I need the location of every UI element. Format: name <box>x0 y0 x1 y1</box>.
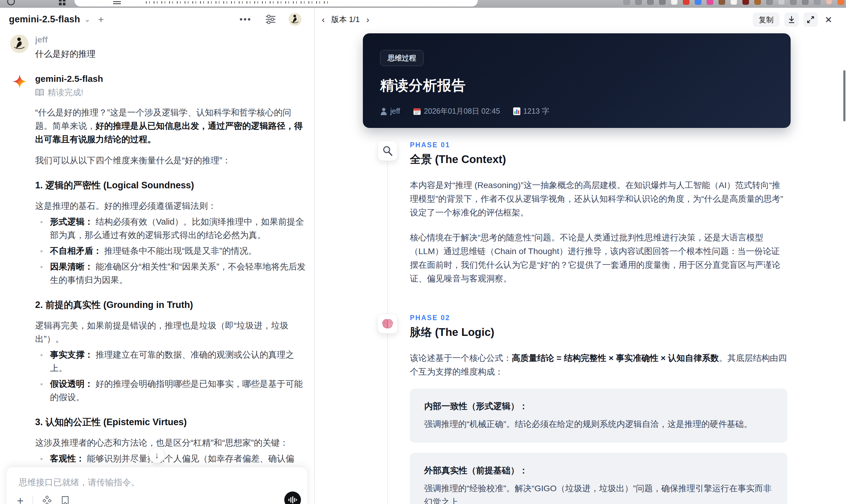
message-author: jeff <box>35 34 308 44</box>
extension-icon[interactable] <box>778 0 785 5</box>
waveform-icon <box>288 496 297 504</box>
version-next-button[interactable]: › <box>364 15 371 25</box>
arrow-down-icon: ↓ <box>155 450 159 460</box>
copy-button[interactable]: 复制 <box>753 13 780 27</box>
chat-section-1: 1. 逻辑的严密性 (Logical Soundness) 这是推理的基石。好的… <box>35 179 308 287</box>
extension-icon[interactable] <box>671 0 677 5</box>
user-avatar[interactable] <box>288 13 302 26</box>
download-icon <box>788 16 795 24</box>
extension-icon[interactable] <box>659 0 666 5</box>
extension-icon[interactable] <box>838 0 844 5</box>
browser-reload-icon[interactable] <box>7 0 15 5</box>
address-menu-icon <box>113 1 121 4</box>
user-avatar <box>10 35 29 53</box>
extension-icon[interactable] <box>635 0 642 5</box>
section-intro: 这是推理的基石。好的推理必须遵循逻辑法则： <box>35 199 308 213</box>
phase-paragraph: 本内容是对“推理 (Reasoning)”这一抽象概念的高层建模。在知识爆炸与人… <box>410 178 787 219</box>
report-meta: jeff 2026年01月08日 02:45 1213 字 <box>380 106 773 116</box>
section-title: 1. 逻辑的严密性 (Logical Soundness) <box>35 179 308 192</box>
version-label: 版本 1/1 <box>331 14 359 25</box>
extension-icon[interactable] <box>695 0 701 5</box>
section-title: 3. 认知的公正性 (Epistemic Virtues) <box>35 416 308 428</box>
expand-icon <box>807 16 814 23</box>
message-text: 什么是好的推理 <box>35 48 308 60</box>
more-menu-icon[interactable]: ••• <box>239 14 251 24</box>
attach-plus-icon[interactable]: + <box>17 496 23 504</box>
settings-sliders-icon[interactable] <box>265 13 277 25</box>
artifact-panel: ‹ 版本 1/1 › 复制 <box>315 8 846 504</box>
gemini-star-icon <box>13 74 27 89</box>
datetime-meta: 2026年01月08日 02:45 <box>413 106 500 116</box>
phase-label: PHASE 02 <box>410 314 791 322</box>
section-intro: 逻辑再完美，如果前提是错误的，推理也是垃圾（即“垃圾进，垃圾出”）。 <box>35 319 308 346</box>
extension-icon[interactable] <box>719 0 725 5</box>
calendar-icon <box>413 107 421 115</box>
list-item: 因果清晰： 能准确区分“相关性”和“因果关系”，不会轻率地将先后发生的事情归为因… <box>35 260 308 287</box>
author-meta: jeff <box>380 107 400 115</box>
report-title: 精读分析报告 <box>380 76 773 95</box>
phase-01-tile <box>378 141 398 161</box>
chat-message-list: jeff 什么是好的推理 <box>9 33 308 504</box>
card-body: 强调推理的“经验校准”。解决“GIGO（垃圾进，垃圾出）”问题，确保推理引擎运行… <box>424 481 773 504</box>
bookmark-icon[interactable] <box>61 496 69 504</box>
brain-icon <box>382 319 393 329</box>
phase-title: 脉络 (The Logic) <box>410 325 791 340</box>
phase-intro: 该论述基于一个核心公式：高质量结论 = 结构完整性 × 事实准确性 × 认知自律… <box>410 351 787 378</box>
app-body: gemini-2.5-flash ⌄ + ••• <box>0 8 846 504</box>
voice-input-button[interactable] <box>284 491 301 504</box>
chat-header: gemini-2.5-flash ⌄ + ••• <box>0 8 314 31</box>
close-button[interactable]: ✕ <box>823 15 835 25</box>
book-icon <box>35 89 44 96</box>
divider <box>32 496 33 504</box>
message-composer[interactable]: 思维接口已就绪，请传输指令。 + <box>6 467 308 504</box>
artifact-actions: 复制 ✕ <box>753 13 835 27</box>
chevron-down-icon[interactable]: ⌄ <box>84 15 90 23</box>
extension-icon[interactable] <box>730 0 737 5</box>
extension-icon[interactable] <box>623 0 630 5</box>
dimension-card-1: 内部一致性（形式逻辑）： 强调推理的“机械正确”。结论必须在给定的规则系统内逻辑… <box>410 389 787 443</box>
phase-02: PHASE 02 脉络 (The Logic) 该论述基于一个核心公式：高质量结… <box>410 314 791 504</box>
model-name[interactable]: gemini-2.5-flash <box>9 14 80 25</box>
extension-icon[interactable] <box>707 0 713 5</box>
chat-section-2: 2. 前提的真实性 (Grounding in Truth) 逻辑再完美，如果前… <box>35 299 308 404</box>
scroll-to-bottom-button[interactable]: ↓ <box>149 447 165 463</box>
partial-url-fragments <box>146 1 331 4</box>
version-prev-button[interactable]: ‹ <box>320 15 327 25</box>
magnifier-icon <box>382 145 393 157</box>
extension-icon[interactable] <box>766 0 773 5</box>
extension-icon[interactable] <box>683 0 689 5</box>
browser-extension-icons[interactable] <box>623 0 844 5</box>
word-count-meta: 1213 字 <box>513 106 549 116</box>
bar-chart-icon <box>513 107 520 115</box>
bullet-dot <box>40 221 42 223</box>
download-button[interactable] <box>785 13 799 27</box>
phase-label: PHASE 01 <box>410 141 791 149</box>
browser-apps-grid-icon[interactable] <box>58 0 66 6</box>
new-chat-button[interactable]: + <box>98 14 104 25</box>
extension-icon[interactable] <box>754 0 761 5</box>
person-icon <box>380 107 387 115</box>
ai-dimension-line: 我们可以从以下四个维度来衡量什么是“好的推理”： <box>35 154 308 167</box>
extension-icon[interactable] <box>742 0 749 5</box>
status-line: 精读完成! <box>35 87 308 98</box>
extension-icon[interactable] <box>802 0 809 5</box>
phase-paragraph: 核心情境在于解决“思考的随意性”问题。不论是人类通过批判性思维进行决策，还是大语… <box>410 231 787 285</box>
bullet-dot <box>40 383 42 385</box>
extension-icon[interactable] <box>790 0 797 5</box>
app-window: gemini-2.5-flash ⌄ + ••• <box>0 0 846 504</box>
composer-placeholder: 思维接口已就绪，请传输指令。 <box>19 476 307 488</box>
scrollbar-thumb[interactable] <box>843 70 845 121</box>
phase-title: 全景 (The Context) <box>410 152 791 167</box>
browser-address-bar[interactable] <box>74 0 478 6</box>
extension-icon[interactable] <box>814 0 821 5</box>
extension-icon[interactable] <box>826 0 832 5</box>
sparkle-diamonds-icon[interactable] <box>42 496 52 504</box>
extension-icon[interactable] <box>647 0 654 5</box>
assistant-message: gemini-2.5-flash 精读完成! “什么是好的推理？”这是一个涉及逻… <box>9 73 308 504</box>
list-item: 假设透明： 好的推理会明确指明哪些是已知事实，哪些是基于可能的假设。 <box>35 377 308 404</box>
composer-toolbar: + <box>17 496 69 504</box>
chat-panel: gemini-2.5-flash ⌄ + ••• <box>0 8 314 504</box>
expand-button[interactable] <box>804 13 818 27</box>
artifact-toolbar: ‹ 版本 1/1 › 复制 <box>315 8 846 32</box>
phase-01: PHASE 01 全景 (The Context) 本内容是对“推理 (Reas… <box>410 141 791 285</box>
